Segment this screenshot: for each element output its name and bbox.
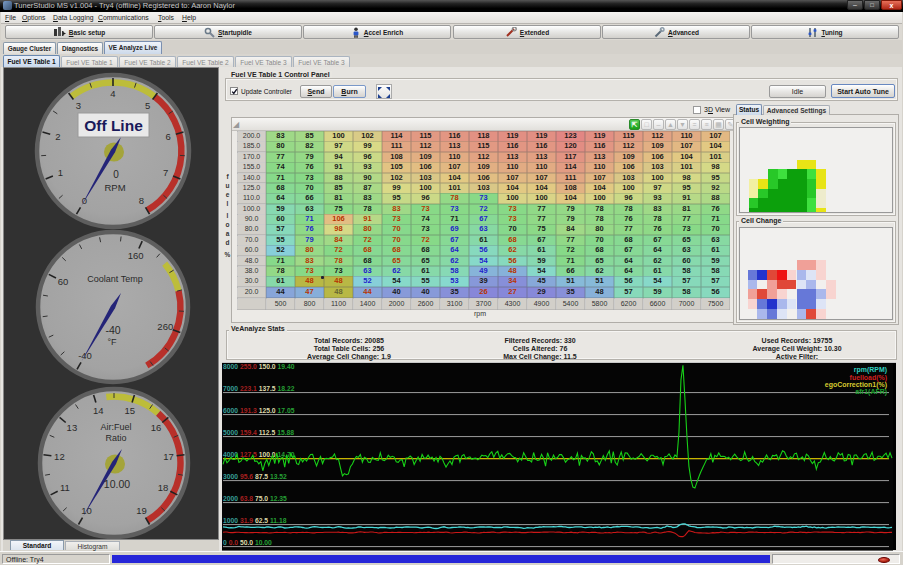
svg-text:2: 2 xyxy=(55,131,60,142)
svg-text:5000 159.4 112.5 15.88: 5000 159.4 112.5 15.88 xyxy=(223,429,294,436)
svg-text:Air:Fuel: Air:Fuel xyxy=(100,422,131,432)
svg-text:14: 14 xyxy=(93,405,104,416)
svg-text:160: 160 xyxy=(128,250,144,261)
svg-text:Off Line: Off Line xyxy=(84,117,143,134)
svg-text:7: 7 xyxy=(163,167,168,178)
svg-text:5: 5 xyxy=(145,100,150,111)
svg-text:-40: -40 xyxy=(105,324,120,336)
svg-text:2000 63.8 75.0 12.35: 2000 63.8 75.0 12.35 xyxy=(223,495,287,502)
svg-text:afr1(AFR): afr1(AFR) xyxy=(855,388,887,396)
svg-text:RPM: RPM xyxy=(104,182,125,193)
svg-text:15: 15 xyxy=(125,405,136,416)
svg-text:3: 3 xyxy=(76,100,81,111)
svg-text:Ratio: Ratio xyxy=(105,433,126,443)
svg-text:11: 11 xyxy=(60,482,70,493)
svg-text:4000 127.5 100.0 14.70: 4000 127.5 100.0 14.70 xyxy=(223,451,295,458)
svg-text:8000 255.0 150.0 19.40: 8000 255.0 150.0 19.40 xyxy=(223,363,295,370)
svg-text:°F: °F xyxy=(107,337,117,347)
svg-text:7000 223.1 137.5 18.22: 7000 223.1 137.5 18.22 xyxy=(223,385,295,392)
svg-text:1: 1 xyxy=(58,167,63,178)
svg-text:60: 60 xyxy=(58,276,69,287)
svg-text:17: 17 xyxy=(163,451,174,462)
svg-text:19: 19 xyxy=(136,505,147,516)
svg-text:4: 4 xyxy=(110,88,115,99)
svg-text:Coolant Temp: Coolant Temp xyxy=(87,274,142,284)
svg-text:16: 16 xyxy=(151,422,162,433)
svg-text:13: 13 xyxy=(67,422,78,433)
svg-text:1000 31.9 62.5 11.18: 1000 31.9 62.5 11.18 xyxy=(223,517,287,524)
svg-text:6000 191.3 125.0 17.05: 6000 191.3 125.0 17.05 xyxy=(223,407,295,414)
svg-text:6: 6 xyxy=(165,131,170,142)
svg-text:3000 95.6 87.5 13.52: 3000 95.6 87.5 13.52 xyxy=(223,473,287,480)
svg-text:10.00: 10.00 xyxy=(104,478,130,490)
svg-text:0 0.0 50.0 10.00: 0 0.0 50.0 10.00 xyxy=(223,539,272,546)
svg-text:18: 18 xyxy=(158,482,169,493)
svg-text:260: 260 xyxy=(157,321,173,332)
svg-text:12: 12 xyxy=(54,451,65,462)
svg-text:8: 8 xyxy=(139,195,144,206)
svg-text:0: 0 xyxy=(113,169,119,180)
